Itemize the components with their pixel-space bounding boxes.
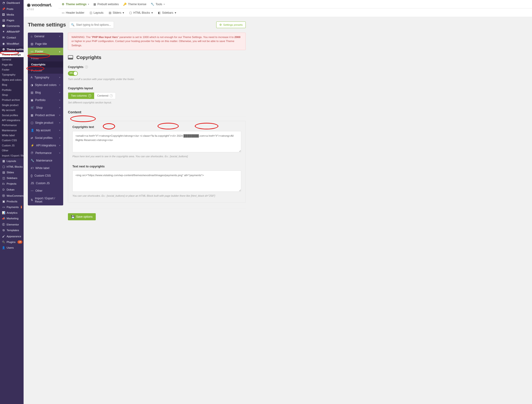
snav-portfolio[interactable]: ▣Portfolio▾: [28, 96, 63, 104]
layout-centered[interactable]: Centered?: [94, 92, 115, 99]
product-icon: ▢: [31, 121, 33, 124]
sub-custom-css[interactable]: Custom CSS: [0, 138, 24, 143]
sub-product-archive[interactable]: Product archive: [0, 98, 24, 103]
snav-footer-copyrights[interactable]: Copyrights: [28, 61, 63, 67]
sub-blog[interactable]: Blog: [0, 82, 24, 87]
sidebar-item-payments[interactable]: ▭Payments1: [0, 204, 24, 210]
plugins-badge: 14: [18, 240, 22, 244]
sub-api-integrations[interactable]: API integrations: [0, 118, 24, 123]
section-title: Copyrights: [76, 55, 101, 60]
sub-typography[interactable]: Typography: [0, 72, 24, 77]
sub-footer[interactable]: Footer: [0, 67, 24, 72]
snav-page-title[interactable]: ▤Page title: [28, 40, 63, 48]
save-options-button[interactable]: 💾Save options: [68, 213, 96, 220]
tb-theme-settings[interactable]: ⚙Theme settings▾: [62, 3, 89, 6]
snav-other[interactable]: ⋯Other: [28, 187, 63, 195]
sub-custom-js[interactable]: Custom JS: [0, 143, 24, 148]
sidebar-item-woodmart[interactable]: ◉WoodMart: [0, 41, 24, 46]
sidebar-item-analytics[interactable]: 📊Analytics: [0, 210, 24, 215]
sidebar-item-layouts[interactable]: ▦Layouts: [0, 158, 24, 164]
options-search-input[interactable]: [69, 21, 114, 28]
sidebar-item-affiliatewp[interactable]: ✶AffiliateWP: [0, 29, 24, 34]
sub-general[interactable]: General: [0, 57, 24, 62]
snav-typography[interactable]: ATypography▾: [28, 74, 63, 81]
tb-prebuilt[interactable]: ▦Prebuilt websites: [93, 3, 119, 6]
sub-shop[interactable]: Shop: [0, 92, 24, 98]
help-icon[interactable]: ?: [110, 94, 113, 97]
snav-footer-sub: Footer Copyrights Prefooter: [28, 55, 63, 74]
tb2-sliders[interactable]: ▤Sliders▾: [109, 11, 124, 14]
text-next-textarea[interactable]: <img src="https://www.vistating.com/wp-c…: [72, 170, 241, 192]
sub-import-export[interactable]: Import / Export / Reset: [0, 153, 24, 158]
sidebar-item-posts[interactable]: 📌Posts: [0, 6, 24, 12]
tb2-html-blocks[interactable]: ▢HTML Blocks▾: [129, 11, 153, 14]
sidebar-item-woocommerce[interactable]: ⓦWooCommerce: [0, 193, 24, 199]
sub-social-profiles[interactable]: Social profiles: [0, 113, 24, 118]
snav-styles[interactable]: ◑Styles and colors▾: [28, 81, 63, 89]
snav-import[interactable]: ⇅Import / Export / Reset: [28, 195, 63, 205]
sub-white-label[interactable]: White label: [0, 133, 24, 138]
tb2-header-builder[interactable]: ▭Header builder: [62, 11, 84, 14]
sub-maintenance[interactable]: Maintenance: [0, 128, 24, 133]
sidebar-item-html-blocks[interactable]: ▢HTML Blocks: [0, 164, 24, 169]
copyrights-text-textarea[interactable]: <small><a href="#"><strong>Copyright</st…: [72, 131, 241, 152]
sidebar-item-plugins[interactable]: 🔌Plugins14: [0, 239, 24, 245]
copyrights-layout-group: Two columns? Centered?: [68, 92, 116, 99]
sidebar-item-slides[interactable]: ▤Slides: [0, 169, 24, 175]
slides-icon: ▤: [2, 171, 5, 174]
snav-custom-js[interactable]: JSCustom JS: [28, 179, 63, 187]
snav-product-archive[interactable]: ▦Product archive▾: [28, 111, 63, 119]
sidebar-item-sidebars[interactable]: ◫Sidebars: [0, 175, 24, 181]
sub-portfolio[interactable]: Portfolio: [0, 88, 24, 92]
sidebar-item-dokan[interactable]: DDokan: [0, 187, 24, 192]
layout-two-columns[interactable]: Two columns?: [68, 92, 94, 99]
snav-performance[interactable]: ⏱Performance▾: [28, 149, 63, 157]
user-icon: 👤: [31, 129, 34, 132]
snav-maintenance[interactable]: 🔧Maintenance: [28, 157, 63, 164]
sub-my-account[interactable]: My account: [0, 108, 24, 113]
help-icon[interactable]: ?: [88, 94, 91, 97]
tb-license[interactable]: 🔑Theme license: [123, 3, 146, 6]
snav-social[interactable]: ⇄Social profiles▾: [28, 134, 63, 142]
sidebar-item-templates[interactable]: ⧉Templates: [0, 227, 24, 233]
snav-blog[interactable]: ▤Blog▾: [28, 89, 63, 96]
snav-general[interactable]: ⌂General▾: [28, 33, 63, 40]
sidebar-item-elementor[interactable]: ⒺElementor: [0, 222, 24, 227]
sidebar-item-marketing[interactable]: 📣Marketing: [0, 215, 24, 221]
snav-my-account[interactable]: 👤My account▾: [28, 127, 63, 134]
sub-performance[interactable]: Performance: [0, 123, 24, 128]
sub-theme-settings[interactable]: Theme settings: [0, 52, 24, 57]
snav-footer-footer[interactable]: Footer: [28, 55, 63, 61]
help-icon[interactable]: ?: [85, 65, 88, 68]
snav-footer[interactable]: ▭Footer▴: [28, 48, 63, 55]
sub-other[interactable]: Other: [0, 148, 24, 153]
js-icon: JS: [31, 182, 34, 185]
tb2-sidebars[interactable]: ◧Sidebars▾: [158, 11, 176, 14]
sidebar-item-dashboard[interactable]: ◔Dashboard: [0, 0, 24, 6]
copyrights-toggle[interactable]: ON: [68, 71, 78, 76]
snav-single-product[interactable]: ▢Single product▾: [28, 119, 63, 127]
sidebar-item-media[interactable]: 🖾Media: [0, 12, 24, 18]
snav-custom-css[interactable]: {}Custom CSS: [28, 172, 63, 179]
page-icon: ▤: [2, 19, 5, 22]
sub-single-product[interactable]: Single product: [0, 103, 24, 108]
snav-shop[interactable]: 🛒Shop▾: [28, 104, 63, 111]
sub-styles-colors[interactable]: Styles and colors: [0, 78, 24, 82]
sidebar-item-appearance[interactable]: 🖌Appearance: [0, 234, 24, 239]
snav-api[interactable]: ⚡API integrations▾: [28, 142, 63, 149]
sidebar-item-projects[interactable]: 🗀Projects: [0, 181, 24, 187]
sidebar-item-comments[interactable]: 💬Comments: [0, 23, 24, 29]
snav-white-label[interactable]: 🏷White label: [28, 164, 63, 172]
sidebar-item-pages[interactable]: ▤Pages: [0, 18, 24, 23]
sidebar-item-users[interactable]: 👤Users: [0, 245, 24, 251]
snav-footer-prefooter[interactable]: Prefooter: [28, 67, 63, 74]
sub-page-title[interactable]: Page title: [0, 62, 24, 67]
tb-tools[interactable]: 🔧Tools▾: [151, 3, 165, 6]
sidebar-item-theme-settings[interactable]: ⚙Theme settings: [0, 46, 24, 52]
footer-section-icon: [68, 55, 73, 59]
sidebar-item-products[interactable]: ▣Products: [0, 199, 24, 204]
settings-presets-button[interactable]: ⚙Settings presets: [216, 21, 246, 28]
sidebar-item-contact[interactable]: ✉Contact: [0, 35, 24, 40]
tb2-layouts[interactable]: ◫Layouts: [90, 11, 103, 14]
page-icon: ▤: [31, 42, 33, 46]
